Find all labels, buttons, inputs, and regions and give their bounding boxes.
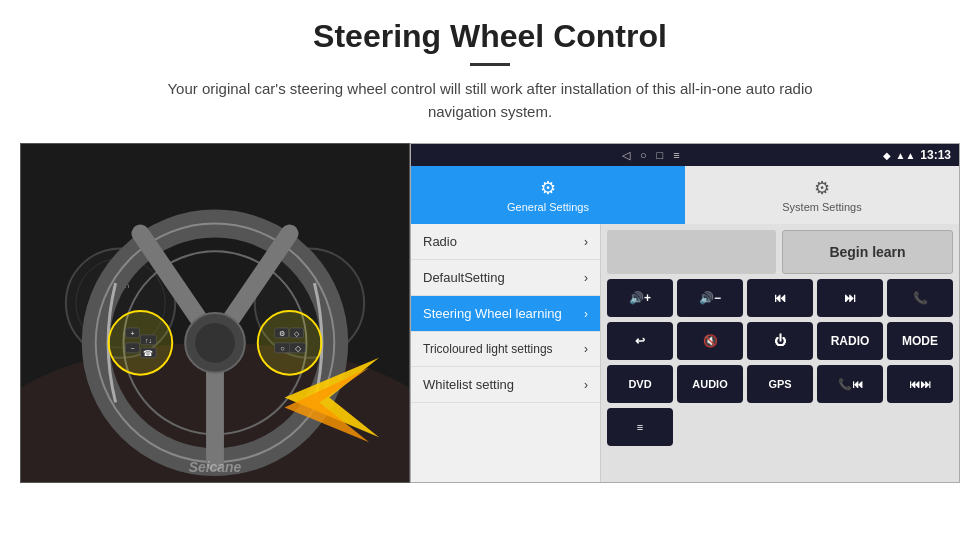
gps-button[interactable]: GPS xyxy=(747,365,813,403)
menu-item-whitelist-label: Whitelist setting xyxy=(423,377,514,392)
tabs-bar: ⚙ General Settings ⚙ System Settings xyxy=(411,166,959,224)
hang-up-button[interactable]: ↩ xyxy=(607,322,673,360)
menu-item-tricoloured[interactable]: Tricoloured light settings › xyxy=(411,332,600,367)
tab-general-settings[interactable]: ⚙ General Settings xyxy=(411,166,685,224)
call-prev-button[interactable]: 📞⏮ xyxy=(817,365,883,403)
svg-text:Seicane: Seicane xyxy=(189,459,242,475)
svg-text:○: ○ xyxy=(280,344,285,353)
begin-learn-button[interactable]: Begin learn xyxy=(782,230,953,274)
tab-system-settings[interactable]: ⚙ System Settings xyxy=(685,166,959,224)
screen-body: Radio › DefaultSetting › Steering Wheel … xyxy=(411,224,959,482)
menu-item-radio-label: Radio xyxy=(423,234,457,249)
control-row-3: DVD AUDIO GPS 📞⏮ ⏮⏭ xyxy=(607,365,953,403)
page-subtitle: Your original car's steering wheel contr… xyxy=(140,78,840,123)
prev-next-icon: ⏮⏭ xyxy=(909,378,931,390)
menu-list: Radio › DefaultSetting › Steering Wheel … xyxy=(411,224,601,482)
android-screen: ◁ ○ □ ≡ ◆ ▲▲ 13:13 ⚙ General Settings ⚙ … xyxy=(410,143,960,483)
general-settings-icon: ⚙ xyxy=(540,177,556,199)
status-icons: ◆ ▲▲ 13:13 xyxy=(883,148,952,162)
audio-label: AUDIO xyxy=(692,378,727,390)
content-area: km/h + − ↑↓ xyxy=(20,143,960,483)
menu-item-steering-wheel[interactable]: Steering Wheel learning › xyxy=(411,296,600,332)
right-panel: Begin learn 🔊+ 🔊− ⏮ ⏭ xyxy=(601,224,959,482)
nav-recent-icon[interactable]: □ xyxy=(657,149,664,161)
dvd-label: DVD xyxy=(628,378,651,390)
chevron-right-icon-5: › xyxy=(584,378,588,392)
power-icon: ⏻ xyxy=(774,334,786,348)
menu-btn-icon: ≡ xyxy=(637,421,643,433)
menu-btn[interactable]: ≡ xyxy=(607,408,673,446)
menu-item-radio[interactable]: Radio › xyxy=(411,224,600,260)
radio-button[interactable]: RADIO xyxy=(817,322,883,360)
steering-wheel-image: km/h + − ↑↓ xyxy=(20,143,410,483)
radio-label: RADIO xyxy=(831,334,870,348)
begin-learn-row: Begin learn xyxy=(607,230,953,274)
page-title: Steering Wheel Control xyxy=(60,18,920,55)
call-icon: 📞 xyxy=(913,291,928,305)
menu-item-default-setting[interactable]: DefaultSetting › xyxy=(411,260,600,296)
gps-label: GPS xyxy=(768,378,791,390)
system-settings-icon: ⚙ xyxy=(814,177,830,199)
next-track-button[interactable]: ⏭ xyxy=(817,279,883,317)
chevron-right-icon-3: › xyxy=(584,307,588,321)
chevron-right-icon-4: › xyxy=(584,342,588,356)
vol-down-button[interactable]: 🔊− xyxy=(677,279,743,317)
tab-system-label: System Settings xyxy=(782,201,861,213)
svg-text:+: + xyxy=(130,330,134,337)
menu-item-steering-label: Steering Wheel learning xyxy=(423,306,562,321)
chevron-right-icon: › xyxy=(584,235,588,249)
menu-item-default-label: DefaultSetting xyxy=(423,270,505,285)
location-icon: ◆ xyxy=(883,150,891,161)
power-button[interactable]: ⏻ xyxy=(747,322,813,360)
mute-icon: 🔇 xyxy=(703,334,718,348)
header-section: Steering Wheel Control Your original car… xyxy=(0,0,980,133)
menu-item-tricoloured-label: Tricoloured light settings xyxy=(423,342,553,356)
vol-down-icon: 🔊− xyxy=(699,291,721,305)
control-row-4: ≡ xyxy=(607,408,953,446)
nav-back-icon[interactable]: ◁ xyxy=(622,149,630,162)
menu-item-whitelist[interactable]: Whitelist setting › xyxy=(411,367,600,403)
next-track-icon: ⏭ xyxy=(844,291,856,305)
mode-label: MODE xyxy=(902,334,938,348)
vol-up-icon: 🔊+ xyxy=(629,291,651,305)
svg-text:◇: ◇ xyxy=(295,344,302,353)
status-time: 13:13 xyxy=(920,148,951,162)
audio-button[interactable]: AUDIO xyxy=(677,365,743,403)
prev-track-button[interactable]: ⏮ xyxy=(747,279,813,317)
svg-text:↑↓: ↑↓ xyxy=(145,337,152,344)
svg-text:☎: ☎ xyxy=(143,349,153,358)
dvd-button[interactable]: DVD xyxy=(607,365,673,403)
svg-point-14 xyxy=(195,323,235,363)
svg-text:−: − xyxy=(130,345,134,352)
empty-box xyxy=(607,230,776,274)
prev-next-button[interactable]: ⏮⏭ xyxy=(887,365,953,403)
prev-track-icon: ⏮ xyxy=(774,291,786,305)
control-row-1: 🔊+ 🔊− ⏮ ⏭ 📞 xyxy=(607,279,953,317)
call-prev-icon: 📞⏮ xyxy=(838,378,863,391)
begin-learn-label: Begin learn xyxy=(829,244,905,260)
svg-text:⚙: ⚙ xyxy=(279,330,285,337)
nav-home-icon[interactable]: ○ xyxy=(640,149,647,161)
mode-button[interactable]: MODE xyxy=(887,322,953,360)
tab-general-label: General Settings xyxy=(507,201,589,213)
hang-up-icon: ↩ xyxy=(635,334,645,348)
control-row-2: ↩ 🔇 ⏻ RADIO MODE xyxy=(607,322,953,360)
title-divider xyxy=(470,63,510,66)
mute-button[interactable]: 🔇 xyxy=(677,322,743,360)
chevron-right-icon-2: › xyxy=(584,271,588,285)
nav-menu-icon[interactable]: ≡ xyxy=(673,149,679,161)
call-button[interactable]: 📞 xyxy=(887,279,953,317)
status-bar: ◁ ○ □ ≡ ◆ ▲▲ 13:13 xyxy=(411,144,959,166)
signal-icon: ▲▲ xyxy=(896,150,916,161)
vol-up-button[interactable]: 🔊+ xyxy=(607,279,673,317)
